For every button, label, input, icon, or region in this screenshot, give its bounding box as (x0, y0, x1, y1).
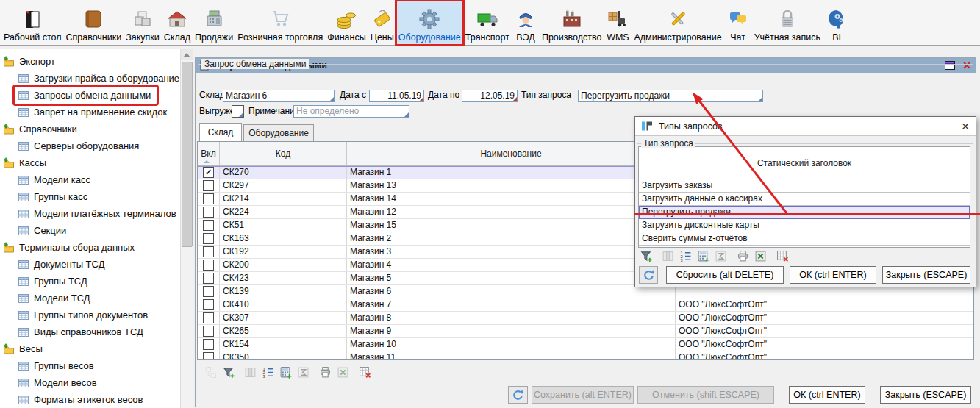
printer-icon[interactable] (737, 250, 749, 262)
unloaded-checkbox[interactable] (232, 105, 244, 118)
request-type-option[interactable]: Сверить суммы z-отчётов (639, 232, 970, 246)
hide-column-icon[interactable] (359, 366, 371, 379)
row-checkbox[interactable] (203, 286, 214, 297)
sidebar-item[interactable]: Группы весов (15, 357, 100, 374)
table-row[interactable]: СК154Магазин 10ООО "ЛюксСофтОпт" (198, 338, 973, 351)
row-checkbox[interactable] (203, 299, 214, 310)
toolbar-item-administration[interactable]: Администрирование (632, 1, 723, 45)
cancel-button[interactable]: Отменить (shift ESCAPE) (637, 386, 774, 404)
table-row[interactable]: СК265Магазин 9ООО "ЛюксСофтОпт" (198, 325, 973, 338)
sidebar-scrollbar[interactable] (180, 49, 193, 408)
popup-close-icon[interactable]: ✕ (961, 121, 970, 132)
row-checkbox[interactable] (203, 260, 214, 271)
date-from-input[interactable]: 11.05.19 (369, 90, 424, 102)
toolbar-item-prices[interactable]: Цены (368, 1, 396, 45)
sidebar-item[interactable]: Модели касс (15, 171, 96, 188)
sidebar-item[interactable]: Терминалы сбора данных (0, 239, 140, 256)
toolbar-item-equipment[interactable]: Оборудование (396, 1, 463, 45)
sidebar-item[interactable]: Группы типов документов (15, 307, 154, 323)
printer-icon[interactable] (319, 366, 332, 379)
columns-icon[interactable] (662, 250, 674, 262)
sidebar-item[interactable]: Серверы оборудования (15, 137, 145, 154)
sklad-input[interactable]: Магазин 6 (223, 90, 335, 102)
toolbar-item-finance[interactable]: Финансы (325, 1, 368, 45)
row-checkbox[interactable] (203, 193, 214, 204)
close-button[interactable]: Закрыть (ESCAPE) (880, 386, 971, 404)
row-checkbox[interactable] (203, 312, 214, 323)
request-type-option[interactable]: Загрузить данные о кассирах (639, 193, 970, 206)
note-input[interactable]: Не определено (293, 105, 409, 118)
sidebar-item[interactable]: Секции (15, 222, 72, 239)
row-checkbox[interactable] (203, 180, 214, 191)
reset-button[interactable]: Сбросить (alt DELETE) (666, 266, 784, 284)
row-checkbox[interactable] (203, 339, 214, 350)
sidebar-item[interactable]: Модели ТСД (15, 290, 96, 307)
sidebar-item[interactable]: Кассы (0, 154, 52, 171)
sidebar-item[interactable]: Запросы обмена данными (15, 87, 157, 104)
ok-button[interactable]: ОК (ctrl ENTER) (790, 266, 876, 284)
hide-column-icon[interactable] (776, 250, 789, 262)
tab-equipment[interactable]: Оборудование (243, 124, 314, 141)
toolbar-item-ved[interactable]: ВЭД (512, 1, 540, 45)
request-type-input[interactable]: Перегрузить продажи (578, 90, 763, 102)
excel-export-icon[interactable] (337, 366, 349, 379)
column-header-enabled[interactable]: Вкл (198, 142, 220, 165)
sum-icon[interactable] (297, 366, 310, 379)
calculator-icon[interactable] (697, 250, 709, 262)
table-row[interactable]: СК350Магазин 11ООО "ЛюксСофтОпт" (198, 351, 973, 360)
calculator-icon[interactable] (279, 366, 292, 379)
toolbar-item-purchases[interactable]: Закупки (124, 1, 162, 45)
sidebar-item[interactable]: Группы ТСД (15, 273, 93, 290)
ok-button[interactable]: ОК (ctrl ENTER) (789, 386, 865, 404)
filter-icon[interactable] (222, 366, 235, 379)
save-button[interactable]: Сохранить (alt ENTER) (532, 386, 634, 404)
sidebar-item[interactable]: Виды справочников ТСД (15, 323, 149, 340)
toolbar-item-references[interactable]: Справочники (63, 1, 124, 45)
toolbar-item-account[interactable]: Учётная запись (752, 1, 823, 45)
sidebar-item[interactable]: Загрузки прайса в оборудование (15, 70, 185, 87)
row-checkbox[interactable]: ✓ (203, 167, 214, 178)
sidebar-item[interactable]: Справочники (0, 121, 83, 137)
sidebar-item[interactable]: Группы касс (15, 188, 93, 205)
table-row[interactable]: СК307Магазин 8ООО "ЛюксСофтОпт" (198, 312, 973, 325)
columns-icon[interactable] (244, 366, 257, 379)
column-header-name[interactable]: Наименование (347, 142, 676, 165)
linked-rows-icon[interactable] (204, 366, 217, 379)
row-checkbox[interactable] (203, 207, 214, 218)
column-header-code[interactable]: Код (220, 142, 347, 165)
toolbar-item-production[interactable]: Производство (540, 1, 604, 45)
tab-sklad[interactable]: Склад (199, 123, 242, 141)
sidebar-item[interactable]: Весы (0, 340, 49, 357)
sidebar-item[interactable]: Запрет на применение скидок (15, 104, 173, 121)
sidebar-item[interactable]: Форматы этикеток весов (15, 391, 149, 408)
excel-export-icon[interactable] (754, 250, 767, 262)
row-checkbox[interactable] (203, 220, 214, 231)
request-type-option[interactable]: Перегрузить продажи (639, 206, 970, 219)
request-type-option[interactable]: Загрузить дисконтные карты (639, 219, 970, 232)
date-to-input[interactable]: 12.05.19 (462, 90, 518, 102)
row-checkbox[interactable] (203, 352, 214, 360)
row-checkbox[interactable] (203, 326, 214, 337)
toolbar-item-wms[interactable]: WMS (604, 1, 632, 45)
refresh-button[interactable] (508, 386, 528, 404)
scrollbar-thumb[interactable] (182, 62, 193, 247)
row-checkbox[interactable] (203, 273, 214, 284)
toolbar-item-warehouse[interactable]: Склад (162, 1, 193, 45)
toolbar-item-chat[interactable]: Чат (724, 1, 752, 45)
sum-icon[interactable] (715, 250, 727, 262)
scroll-up-icon[interactable] (181, 49, 193, 60)
sidebar-item[interactable]: Модели платёжных терминалов (15, 205, 182, 222)
row-checkbox[interactable] (203, 233, 214, 244)
sidebar-item[interactable]: Модели весов (15, 374, 103, 391)
toolbar-item-sales[interactable]: Продажи (193, 1, 235, 45)
filter-icon[interactable] (640, 250, 652, 262)
request-type-option[interactable]: Загрузить заказы (639, 179, 970, 193)
row-checkbox[interactable] (203, 246, 214, 257)
sidebar-item[interactable]: Экспорт (0, 53, 61, 70)
table-row[interactable]: СК410Магазин 7ООО "ЛюксСофтОпт" (198, 298, 973, 312)
toolbar-item-transport[interactable]: Транспорт (463, 1, 512, 45)
toolbar-item-desktop[interactable]: Рабочий стол (1, 1, 63, 45)
toolbar-item-bi[interactable]: BI (823, 1, 851, 45)
refresh-button[interactable] (639, 266, 658, 284)
close-button[interactable]: Закрыть (ESCAPE) (882, 266, 970, 284)
